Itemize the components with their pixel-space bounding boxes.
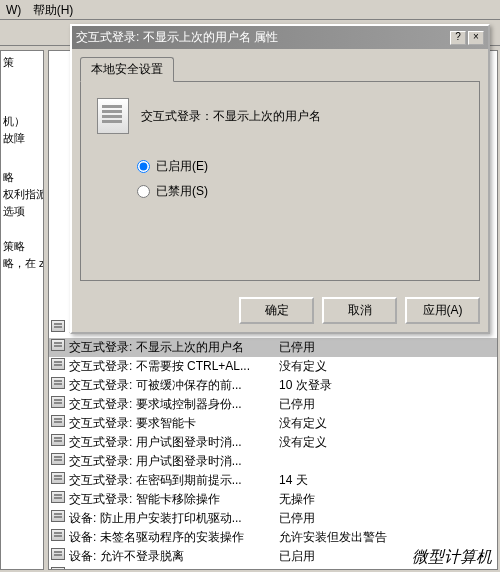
list-item-name: 交互式登录: 用户试图登录时消...	[69, 434, 279, 451]
dialog-buttons: 确定 取消 应用(A)	[72, 289, 488, 332]
dialog-titlebar[interactable]: 交互式登录: 不显示上次的用户名 属性 ? ×	[72, 26, 488, 49]
tree-item[interactable]: 略	[3, 170, 41, 185]
policy-item-icon	[51, 548, 67, 562]
list-item-status: 10 次登录	[279, 377, 495, 394]
list-item-name: 设备: 允许格式化和弹出可移动...	[69, 567, 279, 570]
list-item[interactable]: 交互式登录: 智能卡移除操作无操作	[49, 490, 497, 509]
help-button[interactable]: ?	[450, 31, 466, 45]
radio-group: 已启用(E) 已禁用(S)	[137, 158, 463, 200]
radio-disabled-label: 已禁用(S)	[156, 183, 208, 200]
tree-item[interactable]: 故障	[3, 131, 41, 146]
menu-help[interactable]: 帮助(H)	[33, 3, 74, 17]
radio-disabled[interactable]: 已禁用(S)	[137, 183, 463, 200]
list-item-name: 交互式登录: 智能卡移除操作	[69, 491, 279, 508]
policy-header: 交互式登录：不显示上次的用户名	[97, 98, 463, 134]
radio-enabled-label: 已启用(E)	[156, 158, 208, 175]
list-item-status: 没有定义	[279, 358, 495, 375]
list-item-status: 没有定义	[279, 415, 495, 432]
close-button[interactable]: ×	[468, 31, 484, 45]
list-item-name: 交互式登录: 要求智能卡	[69, 415, 279, 432]
cancel-button[interactable]: 取消	[322, 297, 397, 324]
tree-item[interactable]: 略，在 z	[3, 256, 41, 271]
policy-item-icon	[51, 339, 67, 353]
radio-disabled-input[interactable]	[137, 185, 150, 198]
list-item-status: 14 天	[279, 472, 495, 489]
policy-item-icon	[51, 415, 67, 429]
list-item-status: 已停用	[279, 396, 495, 413]
policy-item-icon	[51, 396, 67, 410]
list-item-name: 交互式登录: 可被缓冲保存的前...	[69, 377, 279, 394]
list-item[interactable]: 交互式登录: 要求智能卡没有定义	[49, 414, 497, 433]
list-item-status: 已停用	[279, 339, 495, 356]
list-item[interactable]: 交互式登录: 不显示上次的用户名已停用	[49, 338, 497, 357]
list-item-status: 没有定义	[279, 434, 495, 451]
policy-item-icon	[51, 491, 67, 505]
toolbar-button-2[interactable]	[30, 22, 52, 44]
toolbar-button-1[interactable]	[4, 22, 26, 44]
radio-enabled-input[interactable]	[137, 160, 150, 173]
list-item[interactable]: 交互式登录: 用户试图登录时消...没有定义	[49, 433, 497, 452]
tree-item[interactable]: 权利指派	[3, 187, 41, 202]
policy-item-icon	[51, 377, 67, 391]
list-item-name: 交互式登录: 要求域控制器身份...	[69, 396, 279, 413]
list-item[interactable]: 交互式登录: 用户试图登录时消...	[49, 452, 497, 471]
policy-item-icon	[51, 567, 67, 570]
list-item-name: 交互式登录: 在密码到期前提示...	[69, 472, 279, 489]
tree-item[interactable]: 选项	[3, 204, 41, 219]
tab-content: 交互式登录：不显示上次的用户名 已启用(E) 已禁用(S)	[80, 81, 480, 281]
list-item-name: 交互式登录: 不显示上次的用户名	[69, 339, 279, 356]
list-item-name: 交互式登录: 用户试图登录时消...	[69, 453, 279, 470]
tree-panel[interactable]: 策 机） 故障 略 权利指派 选项 策略 略，在 z	[0, 50, 44, 570]
radio-enabled[interactable]: 已启用(E)	[137, 158, 463, 175]
list-item[interactable]: 设备: 防止用户安装打印机驱动...已停用	[49, 509, 497, 528]
list-item-name: 设备: 防止用户安装打印机驱动...	[69, 510, 279, 527]
policy-item-icon	[51, 320, 67, 334]
list-item[interactable]: 交互式登录: 要求域控制器身份...已停用	[49, 395, 497, 414]
dialog-title: 交互式登录: 不显示上次的用户名 属性	[76, 29, 448, 46]
policy-name: 交互式登录：不显示上次的用户名	[141, 108, 321, 125]
policy-item-icon	[51, 434, 67, 448]
list-item-status: 允许安装但发出警告	[279, 529, 495, 546]
list-item-status	[279, 453, 495, 470]
tree-item[interactable]: 策略	[3, 239, 41, 254]
policy-item-icon	[51, 358, 67, 372]
list-item[interactable]: 交互式登录: 在密码到期前提示...14 天	[49, 471, 497, 490]
list-item-status: 无操作	[279, 491, 495, 508]
list-item[interactable]: 交互式登录: 可被缓冲保存的前...10 次登录	[49, 376, 497, 395]
menubar: W) 帮助(H)	[0, 0, 500, 20]
list-item-name: 设备: 允许不登录脱离	[69, 548, 279, 565]
list-item-name: 设备: 未签名驱动程序的安装操作	[69, 529, 279, 546]
list-item-status: 已停用	[279, 510, 495, 527]
tab-strip: 本地安全设置	[80, 57, 480, 82]
tree-item[interactable]: 策	[3, 55, 41, 70]
tree-item[interactable]: 机）	[3, 114, 41, 129]
policy-item-icon	[51, 453, 67, 467]
policy-item-icon	[51, 529, 67, 543]
policy-item-icon	[51, 510, 67, 524]
properties-dialog: 交互式登录: 不显示上次的用户名 属性 ? × 本地安全设置 交互式登录：不显示…	[70, 24, 490, 334]
list-item[interactable]: 设备: 未签名驱动程序的安装操作允许安装但发出警告	[49, 528, 497, 547]
tab-local-security[interactable]: 本地安全设置	[80, 57, 174, 82]
ok-button[interactable]: 确定	[239, 297, 314, 324]
list-item[interactable]: 交互式登录: 不需要按 CTRL+AL...没有定义	[49, 357, 497, 376]
policy-icon	[97, 98, 129, 134]
dialog-body: 本地安全设置 交互式登录：不显示上次的用户名 已启用(E) 已禁用(S)	[72, 49, 488, 289]
policy-item-icon	[51, 472, 67, 486]
watermark: 微型计算机	[412, 547, 492, 568]
menu-view[interactable]: W)	[6, 3, 21, 17]
list-item-name: 交互式登录: 不需要按 CTRL+AL...	[69, 358, 279, 375]
apply-button[interactable]: 应用(A)	[405, 297, 480, 324]
